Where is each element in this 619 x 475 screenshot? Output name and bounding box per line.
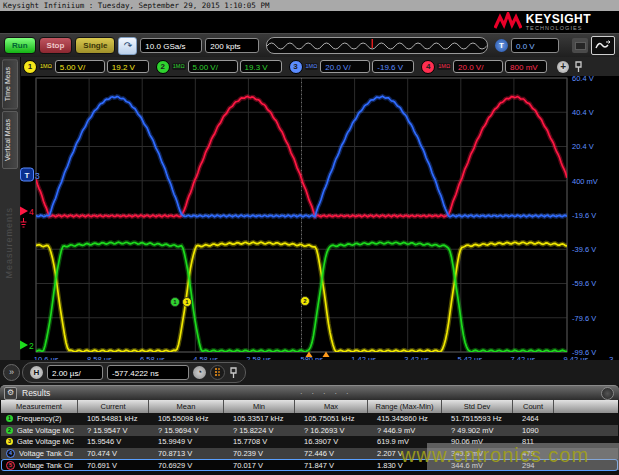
measurement-value: ? 15.8224 V <box>224 426 295 435</box>
column-header-current[interactable]: Current <box>78 400 149 413</box>
horizontal-bar: » H 2.00 µs/ -577.4222 ns ◔ <box>0 360 619 385</box>
measurement-value: 105.54881 kHz <box>78 414 149 423</box>
expand-button[interactable]: » <box>3 364 20 381</box>
touch-icon[interactable]: ↷ <box>118 37 137 55</box>
gear-icon[interactable]: ⚙ <box>4 387 17 400</box>
column-header-std-dev[interactable]: Std Dev <box>442 400 513 413</box>
logo-band: KEYSIGHT TECHNOLOGIES <box>0 11 619 33</box>
zoom-mode-icon[interactable]: ◔ <box>193 366 206 379</box>
pin-icon[interactable] <box>574 61 583 73</box>
channel-3-group: 31MΩ20.0 V/-19.6 V <box>289 60 415 74</box>
autoscale-icon[interactable] <box>591 36 615 55</box>
single-button[interactable]: Single <box>75 37 115 54</box>
add-waveform-button[interactable]: + <box>557 61 569 73</box>
autoscale-glyph-icon <box>595 40 611 51</box>
channel-1-offset-field[interactable]: 19.2 V <box>107 60 149 73</box>
measurement-source-icon: 3 <box>6 438 13 445</box>
v-axis-label: -79.6 V <box>572 314 596 323</box>
brand-name: KEYSIGHT <box>526 13 591 25</box>
pin-icon[interactable] <box>229 367 238 379</box>
measurement-value: 2464 <box>513 414 554 423</box>
sidebar-watermark: Measurements <box>4 207 14 279</box>
measurement-name: Voltage Tank Cir <box>19 449 73 458</box>
channel-4-scale-field[interactable]: 20.0 V/ <box>453 60 503 73</box>
channel-3-scale-field[interactable]: 20.0 V/ <box>320 60 370 73</box>
tab-vertical-meas[interactable]: Vertical Meas <box>2 111 18 169</box>
column-header-count[interactable]: Count <box>513 400 554 413</box>
trigger-channel-label: 3 <box>35 171 40 181</box>
drag-handle[interactable]: · · · · · <box>50 388 601 398</box>
column-header-measurement[interactable]: Measurement <box>1 400 78 413</box>
channel-3-icon[interactable]: 3 <box>289 60 303 74</box>
measurement-row-2[interactable]: 2Gate Voltage MC? 15.9547 V? 15.9694 V? … <box>1 425 618 437</box>
column-header-max[interactable]: Max <box>295 400 368 413</box>
horizontal-icon[interactable]: H <box>30 366 43 379</box>
run-button[interactable]: Run <box>4 37 36 54</box>
channel-1-icon[interactable]: 1 <box>23 60 37 74</box>
measurement-value: 15.9546 V <box>78 437 149 446</box>
trigger-badge-glyph: T <box>25 171 30 180</box>
column-header-filler <box>554 400 617 413</box>
measurement-value: 415.345860 Hz <box>368 414 442 423</box>
stop-button[interactable]: Stop <box>39 37 73 54</box>
watermark-text: www.cntronics.com <box>401 444 589 467</box>
measurement-name-cell: 5Voltage Tank Cir <box>1 461 78 470</box>
channel-2-icon[interactable]: 2 <box>156 60 170 74</box>
channel-1-coupling: 1MΩ <box>39 63 53 70</box>
channel-2-coupling: 1MΩ <box>172 63 186 70</box>
left-sidebar: Time Meas Vertical Meas Measurements <box>0 57 21 360</box>
measurement-value: 70.474 V <box>78 449 149 458</box>
measurement-row-1[interactable]: 1Frequency(2)105.54881 kHz105.55098 kHz1… <box>1 413 618 425</box>
measurement-name-cell: 2Gate Voltage MC <box>1 426 78 435</box>
measurement-name-cell: 3Gate Voltage MC <box>1 437 78 446</box>
channel-1-scale-field[interactable]: 5.00 V/ <box>55 60 105 73</box>
waveform-display[interactable]: 112T34260.4 V40.4 V20.4 V400 mV-19.6 V-3… <box>20 76 619 365</box>
ground-symbol-icon <box>21 218 27 227</box>
measurement-name-cell: 1Frequency(2) <box>1 414 78 423</box>
results-title: Results <box>22 388 50 398</box>
channel-ground-marker[interactable] <box>20 207 28 216</box>
results-header[interactable]: ⚙ Results · · · · · <box>0 385 619 400</box>
histogram-icon[interactable] <box>210 365 225 380</box>
column-header-range-max-min-[interactable]: Range (Max-Min) <box>368 400 442 413</box>
memory-depth-field[interactable]: 200 kpts <box>205 38 259 53</box>
channel-4-icon[interactable]: 4 <box>421 60 435 74</box>
acquisition-preview[interactable] <box>266 37 488 54</box>
timebase-position-field[interactable]: -577.4222 ns <box>107 365 189 380</box>
channel-ground-label: 2 <box>29 341 34 351</box>
v-axis-label: 20.4 V <box>572 142 594 151</box>
sample-rate-field[interactable]: 10.0 GSa/s <box>140 38 202 53</box>
panel-close-icon[interactable] <box>601 387 614 400</box>
v-axis-label: -19.6 V <box>572 211 596 220</box>
measurement-value: 16.3907 V <box>295 437 368 446</box>
column-header-mean[interactable]: Mean <box>149 400 224 413</box>
measurement-value: 105.33517 kHz <box>224 414 295 423</box>
results-table-header: MeasurementCurrentMeanMinMaxRange (Max-M… <box>1 400 618 413</box>
trigger-icon[interactable]: T <box>495 39 508 52</box>
measurement-value: 15.9949 V <box>149 437 224 446</box>
column-header-min[interactable]: Min <box>224 400 295 413</box>
v-axis-label: -39.6 V <box>572 245 596 254</box>
tab-time-meas[interactable]: Time Meas <box>2 59 18 109</box>
keysight-logo: KEYSIGHT TECHNOLOGIES <box>494 12 591 32</box>
measurement-value: 70.017 V <box>224 461 295 470</box>
measurement-value: 105.55098 kHz <box>149 414 224 423</box>
channel-ground-marker[interactable] <box>20 341 28 350</box>
channel-4-offset-field[interactable]: 800 mV <box>505 60 547 73</box>
measurement-name: Voltage Tank Cir <box>19 461 73 470</box>
trigger-level-field[interactable]: 0.0 V <box>511 38 559 53</box>
measurement-value: 72.446 V <box>295 449 368 458</box>
channel-2-offset-field[interactable]: 19.3 V <box>240 60 282 73</box>
preview-waveform-icon <box>267 38 487 53</box>
v-axis-label: 60.4 V <box>572 76 594 83</box>
keysight-spark-icon <box>494 12 522 32</box>
measurement-name: Frequency(2) <box>17 414 62 423</box>
measurement-source-icon: 2 <box>6 427 13 434</box>
channel-2-scale-field[interactable]: 5.00 V/ <box>188 60 238 73</box>
v-axis-label: 40.4 V <box>572 108 594 117</box>
timebase-scale-field[interactable]: 2.00 µs/ <box>47 365 103 380</box>
channel-3-offset-field[interactable]: -19.6 V <box>372 60 414 73</box>
measurement-value: 70.6929 V <box>149 461 224 470</box>
display-icon[interactable] <box>572 38 588 53</box>
channel-4-coupling: 1MΩ <box>437 63 451 70</box>
